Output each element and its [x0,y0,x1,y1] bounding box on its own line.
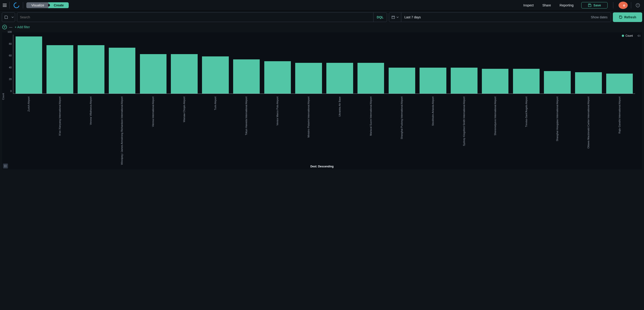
bar-slot [604,35,635,94]
refresh-label: Refresh [624,15,636,19]
svg-rect-1 [3,5,7,6]
x-label: Xi'an Xianyang International Airport [58,97,61,136]
x-label: Zurich Airport [27,97,30,111]
x-label-slot: Shanghai Hongqiao International Airport [542,97,573,165]
bar[interactable] [78,45,104,94]
x-label-slot: Stockholm-Arlanda Airport [417,97,448,165]
save-button[interactable]: Save [581,2,608,9]
filter-icon[interactable] [2,25,7,29]
x-label-slot: Winnipeg / James Armstrong Richardson In… [106,97,138,165]
x-label: Mariscal Sucre International Airport [370,97,372,136]
x-label-slot: Sydney Kingsford Smith International Air… [448,97,480,165]
x-label-slot: Shanghai Pudong International Airport [386,97,418,165]
bar[interactable] [109,48,136,94]
bar[interactable] [326,63,353,94]
bar-slot [231,35,262,94]
help-icon[interactable]: ? [634,2,641,9]
inspect-link[interactable]: Inspect [520,2,537,9]
bar-slot [542,35,573,94]
bar[interactable] [389,68,416,94]
bar[interactable] [544,71,571,94]
x-label-slot: Xi'an Xianyang International Airport [44,97,75,165]
x-label-slot: Verona Villafranca Airport [75,97,106,165]
bar[interactable] [233,59,260,94]
bar[interactable] [420,68,446,94]
x-label: Shanghai Hongqiao International Airport [556,97,558,141]
chevron-down-icon [396,17,399,18]
menu-icon[interactable] [3,2,10,9]
x-label-slot: Mariscal Sucre International Airport [355,97,386,165]
x-label: Treviso-Sant'Angelo Airport [525,97,528,127]
bar[interactable] [575,72,602,94]
bar-slot [449,35,480,94]
x-label-slot: Zurich Airport [13,97,44,165]
bar-slot [511,35,542,94]
y-axis-title: Count [2,93,4,100]
x-label: Turin Airport [214,97,217,110]
tab-visualize[interactable]: Visualize [26,2,50,8]
add-filter-button[interactable]: + Add filter [15,25,30,29]
save-icon [588,4,592,7]
save-query-icon[interactable] [2,13,10,22]
x-label: Shanghai Pudong International Airport [400,97,403,139]
user-avatar[interactable]: o [618,2,628,9]
bar[interactable] [171,54,198,94]
bar[interactable] [358,63,384,94]
x-axis-title: Dest: Descending [2,165,642,168]
x-label: Verona Villafranca Airport [89,97,92,125]
x-label: Tokyo Haneda International Airport [245,97,248,135]
y-tick: 60 [9,54,12,57]
top-nav: Visualize Create Inspect Share Reporting… [0,0,644,11]
y-tick: 20 [9,78,12,81]
svg-point-11 [4,165,5,165]
refresh-button[interactable]: Refresh [613,12,642,22]
bar-slot [386,35,418,94]
bar-slot [169,35,200,94]
tab-create[interactable]: Create [48,2,69,8]
bar-slot [138,35,169,94]
x-label-slot: Sheremetyevo International Airport [480,97,511,165]
bar[interactable] [140,54,167,94]
x-label: Venice Marco Polo Airport [276,97,279,126]
saved-query-picker [2,12,15,22]
y-tick: 40 [9,66,12,69]
bar[interactable] [16,37,42,94]
x-label-slot: Ministro Pistarini International Airport [293,97,324,165]
x-label-slot: Vienna International Airport [138,97,168,165]
bar-slot [106,35,138,94]
chart-panel: Count 0 20 40 60 80 100 Count Zurich Air… [2,32,642,170]
bar[interactable] [451,68,478,94]
bar[interactable] [606,74,633,94]
bar[interactable] [295,63,322,94]
calendar-icon[interactable] [389,13,401,22]
chart-options-icon[interactable] [3,163,8,169]
svg-rect-2 [3,6,7,7]
saved-query-chevron-icon[interactable] [10,17,15,18]
date-picker: Last 7 days Show dates [389,12,611,22]
bar-slot [44,35,76,94]
mode-tabs: Visualize Create [26,2,69,8]
filter-row: — + Add filter [0,24,644,32]
svg-point-12 [4,166,5,166]
bar[interactable] [482,69,509,94]
bar[interactable] [513,69,540,94]
separator [613,2,613,9]
search-box: DQL [17,12,387,22]
plot-area [13,35,635,94]
query-bar: DQL Last 7 days Show dates Refresh [0,11,644,24]
search-input[interactable] [17,15,373,19]
date-range-label[interactable]: Last 7 days [401,15,588,19]
reporting-link[interactable]: Reporting [556,2,577,9]
bar[interactable] [46,45,73,94]
bar[interactable] [202,56,229,94]
share-link[interactable]: Share [539,2,554,9]
collapse-panel-icon[interactable] [636,34,640,38]
app-logo[interactable] [13,2,20,9]
bar[interactable] [264,61,291,94]
bar-slot [262,35,293,94]
dql-button[interactable]: DQL [373,13,387,22]
show-dates-button[interactable]: Show dates [588,15,611,19]
y-axis: 0 20 40 60 80 100 [2,35,13,94]
bar-slot [76,35,107,94]
bars-container [13,35,635,94]
